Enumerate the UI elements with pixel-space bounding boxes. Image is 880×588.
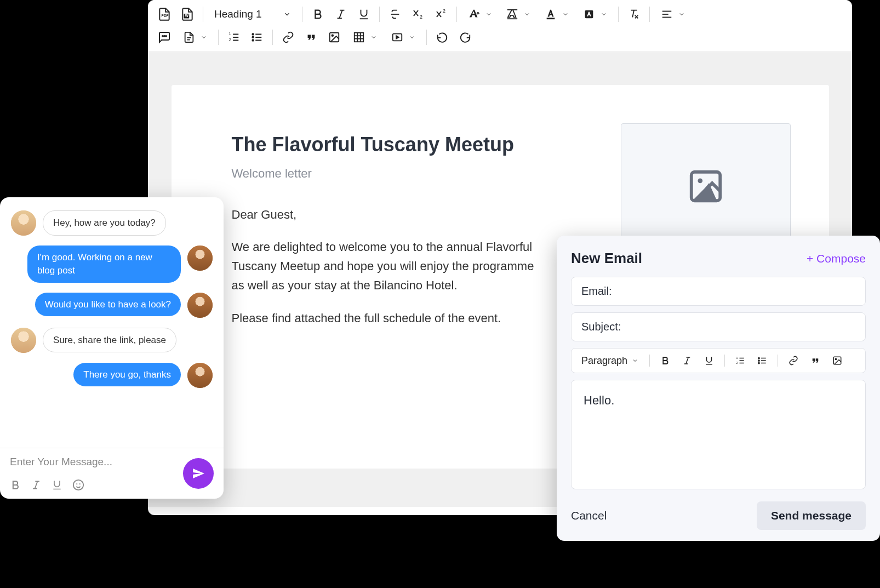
chevron-down-icon xyxy=(678,11,685,18)
chevron-down-icon xyxy=(562,11,569,18)
chat-italic-button[interactable] xyxy=(31,479,42,490)
email-numbered-list-button[interactable]: 12 xyxy=(732,352,749,369)
chat-bubble-outgoing: I'm good. Working on a new blog post xyxy=(27,246,181,283)
image-placeholder[interactable] xyxy=(621,123,791,249)
notes-select[interactable] xyxy=(178,27,213,47)
email-header: New Email + Compose xyxy=(571,250,866,267)
heading-select-label: Heading 1 xyxy=(214,8,262,20)
italic-button[interactable] xyxy=(331,4,351,24)
chat-bubble-outgoing: Would you like to have a look? xyxy=(35,293,181,317)
email-body-input[interactable]: Hello. xyxy=(571,380,866,489)
email-bulleted-list-button[interactable] xyxy=(753,352,771,369)
font-color-select[interactable] xyxy=(539,4,574,24)
compose-button[interactable]: + Compose xyxy=(807,252,866,265)
svg-text:2: 2 xyxy=(736,361,738,364)
svg-text:PDF: PDF xyxy=(162,14,169,18)
email-title: New Email xyxy=(571,250,642,267)
insert-image-button[interactable] xyxy=(324,27,344,47)
email-blockquote-button[interactable] xyxy=(807,352,824,369)
alignment-select[interactable] xyxy=(655,4,690,24)
chat-input-toolbar xyxy=(10,479,214,491)
svg-point-45 xyxy=(698,178,702,183)
underline-button[interactable] xyxy=(354,4,374,24)
blockquote-button[interactable] xyxy=(301,27,321,47)
insert-media-select[interactable] xyxy=(386,27,421,47)
export-pdf-button[interactable]: PDF xyxy=(155,4,174,24)
font-size-select[interactable] xyxy=(462,4,498,24)
chat-bubble-incoming: Hey, how are you today? xyxy=(43,210,166,236)
chat-input-area: Enter Your Message... xyxy=(0,448,224,499)
bulleted-list-button[interactable] xyxy=(247,27,267,47)
editor-toolbar: PDF W Heading 1 2 2 xyxy=(148,0,852,52)
chat-bold-button[interactable] xyxy=(10,479,21,490)
line-height-select[interactable] xyxy=(501,4,536,24)
media-icon xyxy=(391,31,403,43)
line-height-icon xyxy=(506,8,518,20)
email-footer: Cancel Send message xyxy=(571,501,866,530)
comment-button[interactable] xyxy=(155,27,174,47)
send-message-button[interactable]: Send message xyxy=(757,501,866,530)
email-italic-button[interactable] xyxy=(678,352,696,369)
svg-point-67 xyxy=(758,362,759,363)
chat-messages: Hey, how are you today? I'm good. Workin… xyxy=(0,197,224,448)
email-image-button[interactable] xyxy=(828,352,846,369)
chat-message-row: I'm good. Working on a new blog post xyxy=(11,246,213,283)
svg-text:2: 2 xyxy=(229,38,231,42)
chevron-down-icon xyxy=(632,357,638,364)
link-button[interactable] xyxy=(278,27,298,47)
bold-button[interactable] xyxy=(308,4,328,24)
email-to-label: Email: xyxy=(581,285,612,297)
chevron-down-icon xyxy=(201,34,207,41)
font-size-icon xyxy=(468,8,480,20)
chat-message-row: Would you like to have a look? xyxy=(11,293,213,318)
email-underline-button[interactable] xyxy=(700,352,718,369)
svg-point-65 xyxy=(758,357,759,358)
numbered-list-button[interactable]: 12 xyxy=(224,27,244,47)
svg-point-69 xyxy=(835,358,836,359)
avatar xyxy=(187,363,213,388)
svg-line-48 xyxy=(35,481,38,488)
undo-button[interactable] xyxy=(432,27,452,47)
image-placeholder-icon xyxy=(684,167,728,205)
insert-table-select[interactable] xyxy=(347,27,382,47)
email-bold-button[interactable] xyxy=(656,352,674,369)
chevron-down-icon xyxy=(601,11,607,18)
svg-text:2: 2 xyxy=(420,14,422,20)
subscript-button[interactable]: 2 xyxy=(408,4,428,24)
avatar xyxy=(187,293,213,318)
table-icon xyxy=(353,31,365,43)
chevron-down-icon xyxy=(283,10,291,18)
email-link-button[interactable] xyxy=(785,352,802,369)
chevron-down-icon xyxy=(370,34,377,41)
chat-emoji-button[interactable] xyxy=(72,479,84,491)
cancel-button[interactable]: Cancel xyxy=(571,509,607,522)
strikethrough-button[interactable] xyxy=(385,4,405,24)
email-body-text: Hello. xyxy=(584,393,614,407)
avatar xyxy=(11,210,36,236)
email-subject-field[interactable]: Subject: xyxy=(571,312,866,341)
align-left-icon xyxy=(661,8,673,20)
chat-send-button[interactable] xyxy=(183,458,214,489)
svg-point-20 xyxy=(164,36,165,37)
highlight-icon xyxy=(583,8,595,20)
avatar xyxy=(11,328,36,353)
svg-point-66 xyxy=(758,360,759,361)
email-compose-panel: New Email + Compose Email: Subject: Para… xyxy=(557,236,880,541)
send-icon xyxy=(192,467,205,480)
clear-formatting-button[interactable] xyxy=(624,4,644,24)
document-paragraph-1[interactable]: We are delighted to welcome you to the a… xyxy=(232,237,539,295)
svg-rect-12 xyxy=(547,18,555,19)
svg-point-21 xyxy=(165,36,167,37)
highlight-color-select[interactable] xyxy=(578,4,613,24)
superscript-button[interactable]: 2 xyxy=(431,4,451,24)
email-to-field[interactable]: Email: xyxy=(571,277,866,306)
export-word-button[interactable]: W xyxy=(178,4,197,24)
chat-input[interactable]: Enter Your Message... xyxy=(10,456,214,468)
chat-panel: Hey, how are you today? I'm good. Workin… xyxy=(0,197,224,499)
redo-button[interactable] xyxy=(455,27,475,47)
email-style-select[interactable]: Paragraph xyxy=(577,353,643,369)
svg-line-55 xyxy=(686,357,689,364)
svg-point-33 xyxy=(252,37,254,38)
heading-style-select[interactable]: Heading 1 xyxy=(209,4,296,24)
chat-underline-button[interactable] xyxy=(52,479,62,490)
